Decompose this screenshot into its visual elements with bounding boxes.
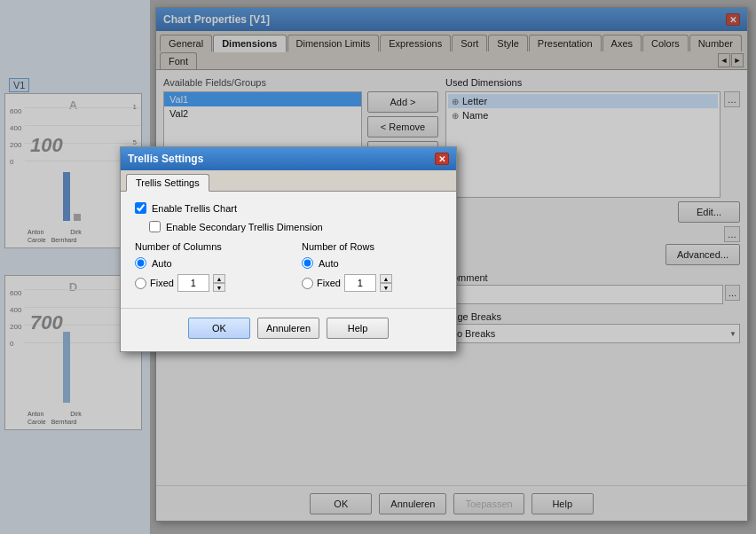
- enable-trellis-label: Enable Trellis Chart: [152, 203, 237, 214]
- enable-trellis-row: Enable Trellis Chart: [135, 202, 442, 214]
- columns-fixed-label: Fixed: [150, 278, 174, 288]
- trellis-footer: OK Annuleren Help: [121, 308, 456, 351]
- columns-fixed-row: Fixed ▲ ▼: [135, 274, 275, 292]
- rows-auto-radio[interactable]: [302, 257, 313, 269]
- rows-title: Number of Rows: [302, 241, 442, 252]
- rows-fixed-input[interactable]: [344, 274, 376, 292]
- rows-auto-label: Auto: [319, 258, 339, 269]
- trellis-close-button[interactable]: ✕: [435, 153, 449, 165]
- rows-fixed-row: Fixed ▲ ▼: [302, 274, 442, 292]
- columns-section: Number of Columns Auto Fixed ▲ ▼: [135, 241, 275, 297]
- trellis-content: Enable Trellis Chart Enable Secondary Tr…: [121, 192, 456, 308]
- columns-spin-up[interactable]: ▲: [213, 274, 225, 283]
- trellis-titlebar: Trellis Settings ✕: [121, 147, 456, 170]
- trellis-dialog: Trellis Settings ✕ Trellis Settings Enab…: [120, 146, 457, 352]
- rows-fixed-label: Fixed: [317, 278, 341, 288]
- trellis-title: Trellis Settings: [128, 153, 203, 165]
- rows-spin-buttons: ▲ ▼: [380, 274, 392, 292]
- columns-title: Number of Columns: [135, 241, 275, 252]
- columns-fixed-input[interactable]: [177, 274, 209, 292]
- enable-secondary-row: Enable Secondary Trellis Dimension: [135, 221, 442, 232]
- trellis-tab-settings[interactable]: Trellis Settings: [126, 174, 209, 192]
- rows-spin-up[interactable]: ▲: [380, 274, 392, 283]
- trellis-cancel-button[interactable]: Annuleren: [257, 318, 319, 339]
- rows-auto-row: Auto: [302, 257, 442, 269]
- enable-trellis-checkbox[interactable]: [135, 202, 146, 214]
- rows-spin-down[interactable]: ▼: [380, 283, 392, 292]
- columns-spin-buttons: ▲ ▼: [213, 274, 225, 292]
- enable-secondary-label: Enable Secondary Trellis Dimension: [166, 222, 323, 232]
- columns-auto-label: Auto: [152, 258, 172, 269]
- columns-fixed-radio[interactable]: [135, 278, 146, 289]
- rows-fixed-radio[interactable]: [302, 278, 313, 289]
- trellis-tab-bar: Trellis Settings: [121, 170, 456, 192]
- columns-auto-radio[interactable]: [135, 257, 146, 269]
- trellis-help-button[interactable]: Help: [327, 318, 389, 339]
- rows-section: Number of Rows Auto Fixed ▲ ▼: [302, 241, 442, 297]
- columns-spin-down[interactable]: ▼: [213, 283, 225, 292]
- columns-auto-row: Auto: [135, 257, 275, 269]
- columns-rows-section: Number of Columns Auto Fixed ▲ ▼ Num: [135, 241, 442, 297]
- trellis-ok-button[interactable]: OK: [188, 318, 250, 339]
- enable-secondary-checkbox[interactable]: [149, 221, 161, 232]
